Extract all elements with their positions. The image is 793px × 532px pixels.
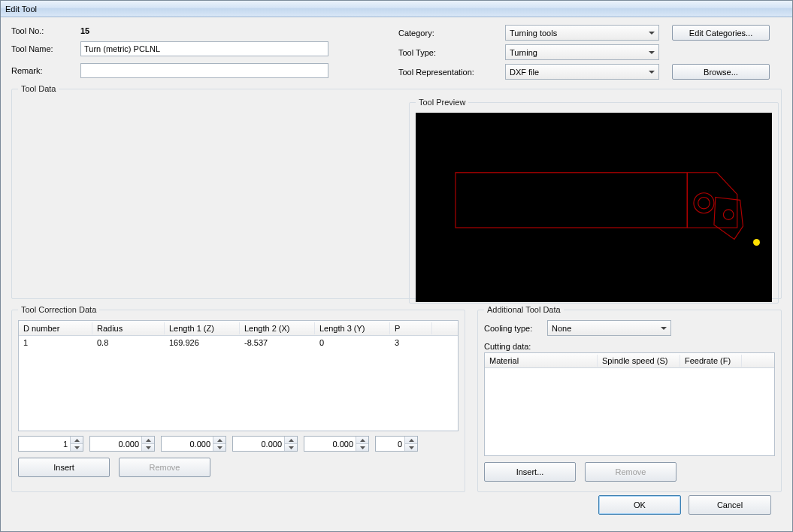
top-row: Tool No.: 15 Tool Name: Remark: Category… bbox=[11, 25, 782, 80]
tool-type-combo[interactable]: Turning bbox=[505, 44, 659, 60]
spinner[interactable] bbox=[161, 436, 226, 452]
label-category: Category: bbox=[398, 29, 496, 38]
svg-marker-12 bbox=[289, 446, 294, 449]
origin-marker-icon bbox=[753, 239, 760, 246]
spinner[interactable] bbox=[89, 436, 155, 452]
tool-preview-legend: Tool Preview bbox=[416, 98, 468, 107]
spinner-arrows bbox=[70, 437, 83, 451]
table-cell: 169.926 bbox=[165, 337, 240, 349]
dialog-content: Tool No.: 15 Tool Name: Remark: Category… bbox=[1, 17, 792, 531]
spinner-arrows bbox=[284, 437, 297, 451]
edit-categories-button[interactable]: Edit Categories... bbox=[672, 25, 770, 41]
correction-body: 10.8169.926-8.53703 bbox=[19, 336, 458, 349]
spinner[interactable] bbox=[18, 436, 83, 452]
spinner-down-icon[interactable] bbox=[356, 444, 368, 451]
cooling-row: Cooling type: None bbox=[484, 320, 775, 336]
spinner-down-icon[interactable] bbox=[285, 444, 297, 451]
lower-left: Tool Correction Data D numberRadiusLengt… bbox=[11, 305, 465, 492]
spinner-down-icon[interactable] bbox=[71, 444, 83, 451]
category-value: Turning tools bbox=[510, 29, 557, 38]
spinner-input[interactable] bbox=[376, 437, 404, 451]
col-header[interactable]: D number bbox=[19, 322, 92, 334]
label-tool-name: Tool Name: bbox=[11, 44, 80, 53]
tool-type-value: Turning bbox=[510, 48, 537, 57]
svg-marker-11 bbox=[289, 439, 294, 442]
spinner-arrows bbox=[141, 437, 154, 451]
table-cell: -8.537 bbox=[240, 337, 315, 349]
cutting-buttons: Insert... Remove bbox=[484, 462, 775, 482]
correction-header-row: D numberRadiusLength 1 (Z)Length 2 (X)Le… bbox=[19, 321, 458, 336]
spinner-input[interactable] bbox=[162, 437, 213, 451]
col-header[interactable]: Length 1 (Z) bbox=[165, 322, 240, 334]
lower: Tool Correction Data D numberRadiusLengt… bbox=[11, 305, 782, 492]
tool-repr-value: DXF file bbox=[510, 68, 539, 77]
svg-marker-7 bbox=[146, 439, 151, 442]
spinner-input[interactable] bbox=[19, 437, 70, 451]
spinner-up-icon[interactable] bbox=[213, 437, 225, 444]
tool-correction-group: Tool Correction Data D numberRadiusLengt… bbox=[11, 305, 465, 492]
insert-button[interactable]: Insert bbox=[18, 458, 110, 477]
svg-marker-6 bbox=[74, 446, 80, 449]
remark-input[interactable] bbox=[80, 63, 328, 78]
label-cooling: Cooling type: bbox=[484, 324, 541, 333]
additional-legend: Additional Tool Data bbox=[484, 305, 564, 314]
correction-buttons: Insert Remove bbox=[18, 458, 459, 477]
lower-right: Additional Tool Data Cooling type: None … bbox=[477, 305, 782, 492]
value-tool-no: 15 bbox=[80, 26, 383, 35]
category-combo[interactable]: Turning tools bbox=[505, 25, 659, 41]
spinner-input[interactable] bbox=[304, 437, 356, 451]
spinner-up-icon[interactable] bbox=[356, 437, 368, 444]
top-left: Tool No.: 15 Tool Name: Remark: bbox=[11, 25, 383, 80]
table-cell: 0 bbox=[315, 337, 390, 349]
col-header[interactable]: Material bbox=[485, 355, 598, 367]
titlebar: Edit Tool bbox=[1, 1, 792, 17]
table-cell: 0.8 bbox=[92, 337, 165, 349]
label-tool-type: Tool Type: bbox=[398, 48, 496, 57]
tool-name-input[interactable] bbox=[80, 41, 328, 56]
spinner-up-icon[interactable] bbox=[405, 437, 417, 444]
col-header[interactable]: Length 3 (Y) bbox=[315, 322, 390, 334]
cooling-value: None bbox=[552, 324, 571, 333]
insert-cutting-button[interactable]: Insert... bbox=[484, 462, 576, 482]
col-header[interactable]: Spindle speed (S) bbox=[598, 355, 680, 367]
spinner-arrows bbox=[356, 437, 368, 451]
table-cell: 1 bbox=[19, 337, 92, 349]
tool-repr-combo[interactable]: DXF file bbox=[505, 64, 659, 80]
label-cutting-data: Cutting data: bbox=[484, 342, 775, 351]
col-header[interactable]: Feedrate (F) bbox=[680, 355, 742, 367]
table-row[interactable]: 10.8169.926-8.53703 bbox=[19, 336, 458, 349]
remove-cutting-button[interactable]: Remove bbox=[585, 462, 676, 482]
remove-button[interactable]: Remove bbox=[119, 458, 210, 477]
svg-marker-13 bbox=[360, 439, 365, 442]
spinner[interactable] bbox=[375, 436, 418, 452]
browse-button[interactable]: Browse... bbox=[672, 64, 770, 80]
spinner-input[interactable] bbox=[90, 437, 141, 451]
spinner-up-icon[interactable] bbox=[285, 437, 297, 444]
svg-point-2 bbox=[694, 193, 714, 213]
spinner-arrows bbox=[404, 437, 417, 451]
col-header[interactable]: Length 2 (X) bbox=[240, 322, 315, 334]
svg-marker-14 bbox=[360, 446, 365, 449]
spinner-input[interactable] bbox=[233, 437, 284, 451]
spinner-down-icon[interactable] bbox=[405, 444, 417, 451]
tool-preview-canvas bbox=[416, 113, 772, 302]
tool-data-group: Tool Data Tool Preview bbox=[11, 84, 782, 299]
cancel-button[interactable]: Cancel bbox=[689, 495, 771, 515]
col-header[interactable]: Radius bbox=[92, 322, 165, 334]
spinner-down-icon[interactable] bbox=[142, 444, 154, 451]
spinner[interactable] bbox=[232, 436, 298, 452]
cutting-table[interactable]: MaterialSpindle speed (S)Feedrate (F) bbox=[484, 352, 775, 456]
col-header[interactable]: P bbox=[390, 322, 432, 334]
spinner-down-icon[interactable] bbox=[213, 444, 225, 451]
spinner-up-icon[interactable] bbox=[142, 437, 154, 444]
cooling-combo[interactable]: None bbox=[547, 320, 671, 336]
spinner-up-icon[interactable] bbox=[71, 437, 83, 444]
label-remark: Remark: bbox=[11, 66, 80, 75]
window-title: Edit Tool bbox=[5, 5, 37, 14]
top-right: Category: Turning tools Edit Categories.… bbox=[398, 25, 782, 80]
correction-table[interactable]: D numberRadiusLength 1 (Z)Length 2 (X)Le… bbox=[18, 320, 459, 431]
ok-button[interactable]: OK bbox=[598, 495, 681, 515]
label-tool-repr: Tool Representation: bbox=[398, 68, 496, 77]
spinner[interactable] bbox=[304, 436, 369, 452]
spinner-row bbox=[18, 436, 459, 452]
